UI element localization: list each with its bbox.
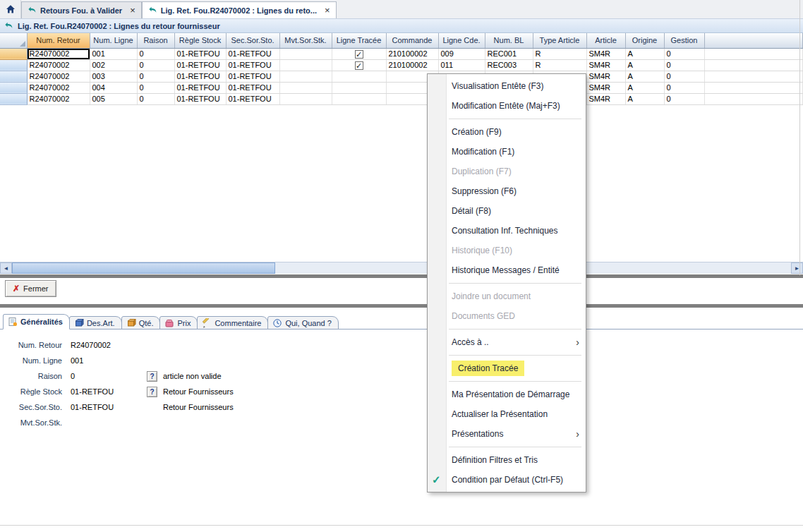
checkbox-checked-icon[interactable]: ✓: [355, 61, 363, 70]
row-selector[interactable]: [0, 82, 27, 93]
cell-ligne_cde[interactable]: 011: [438, 59, 485, 71]
splitter-bar[interactable]: [0, 304, 803, 308]
scrollbar-thumb[interactable]: [12, 262, 275, 274]
close-icon[interactable]: ×: [130, 6, 135, 15]
cell-gestion[interactable]: 0: [664, 82, 704, 93]
cell-num_retour[interactable]: R24070002: [27, 48, 90, 59]
home-tab[interactable]: [0, 0, 21, 18]
cell-ligne_tracee[interactable]: [332, 93, 386, 104]
menu-item[interactable]: Ma Présentation de Démarrage: [428, 385, 586, 404]
close-icon[interactable]: ×: [325, 6, 330, 15]
cell-sec_sor_sto[interactable]: 01-RETFOU: [226, 93, 279, 104]
cell-sec_sor_sto[interactable]: 01-RETFOU: [226, 82, 279, 93]
menu-item[interactable]: Modification (F1): [428, 142, 586, 162]
splitter-bar[interactable]: [0, 274, 803, 278]
cell-mvt_sor_stk[interactable]: [279, 59, 332, 71]
menu-item[interactable]: Visualisation Entête (F3): [428, 76, 586, 96]
cell-sec_sor_sto[interactable]: 01-RETFOU: [226, 71, 279, 82]
cell-regle_stock[interactable]: 01-RETFOU: [174, 59, 226, 71]
column-header[interactable]: Ligne Cde.: [438, 33, 485, 48]
cell-raison[interactable]: 0: [137, 71, 174, 82]
cell-origine[interactable]: A: [625, 48, 664, 59]
tab-generalites[interactable]: Généralités: [3, 314, 70, 330]
menu-item[interactable]: Présentations›: [428, 424, 586, 444]
cell-num_ligne[interactable]: 005: [90, 93, 137, 104]
cell-type_article[interactable]: R: [533, 48, 586, 59]
tab-qui-quand[interactable]: Qui, Quand ?: [267, 316, 338, 330]
column-header[interactable]: Règle Stock: [174, 33, 226, 48]
menu-item[interactable]: Modification Entête (Maj+F3): [428, 96, 586, 116]
cell-num_bl[interactable]: REC003: [485, 59, 533, 71]
cell-raison[interactable]: 0: [137, 93, 174, 104]
scroll-left-button[interactable]: ◄: [0, 262, 12, 274]
cell-mvt_sor_stk[interactable]: [279, 71, 332, 82]
cell-origine[interactable]: A: [625, 71, 664, 82]
row-selector[interactable]: [0, 93, 27, 104]
tab-commentaire[interactable]: Commentaire: [197, 316, 268, 330]
tab-retours-a-valider[interactable]: Retours Fou. à Valider ×: [21, 1, 142, 18]
menu-item[interactable]: Actualiser la Présentation: [428, 404, 586, 424]
cell-num_ligne[interactable]: 004: [90, 82, 137, 93]
cell-article[interactable]: SM4R: [586, 82, 625, 93]
cell-mvt_sor_stk[interactable]: [279, 48, 332, 59]
cell-origine[interactable]: A: [625, 82, 664, 93]
menu-item[interactable]: Création Tracée: [428, 358, 586, 378]
cell-num_retour[interactable]: R24070002: [27, 71, 90, 82]
select-all-corner[interactable]: [0, 33, 27, 48]
row-selector[interactable]: [0, 71, 27, 82]
cell-num_retour[interactable]: R24070002: [27, 82, 90, 93]
cell-gestion[interactable]: 0: [664, 93, 704, 104]
menu-item[interactable]: ✓Condition par Défaut (Ctrl-F5): [428, 470, 586, 490]
cell-num_ligne[interactable]: 003: [90, 71, 137, 82]
menu-item[interactable]: Accès à ..›: [428, 332, 586, 352]
menu-item[interactable]: Création (F9): [428, 122, 586, 142]
table-row[interactable]: R24070002002001-RETFOU01-RETFOU✓21010000…: [0, 59, 803, 71]
cell-article[interactable]: SM4R: [586, 93, 625, 104]
cell-gestion[interactable]: 0: [664, 59, 704, 71]
cell-num_ligne[interactable]: 001: [90, 48, 137, 59]
column-header[interactable]: Ligne Tracée: [332, 33, 386, 48]
cell-num_bl[interactable]: REC001: [485, 48, 533, 59]
cell-raison[interactable]: 0: [137, 59, 174, 71]
column-header[interactable]: Num. Retour: [27, 33, 90, 48]
column-header[interactable]: Num. Ligne: [90, 33, 137, 48]
tab-qte[interactable]: Qté.: [121, 316, 161, 330]
menu-item[interactable]: Consultation Inf. Techniques: [428, 221, 586, 241]
help-button[interactable]: ?: [147, 387, 157, 397]
cell-article[interactable]: SM4R: [586, 71, 625, 82]
cell-commande[interactable]: 210100002: [386, 59, 438, 71]
horizontal-scrollbar[interactable]: ◄ ►: [0, 262, 803, 274]
cell-ligne_tracee[interactable]: [332, 82, 386, 93]
column-header[interactable]: Num. BL: [485, 33, 533, 48]
column-header[interactable]: Type Article: [533, 33, 586, 48]
row-selector[interactable]: [0, 59, 27, 71]
cell-origine[interactable]: A: [625, 59, 664, 71]
cell-raison[interactable]: 0: [137, 48, 174, 59]
table-row[interactable]: R24070002001001-RETFOU01-RETFOU✓21010000…: [0, 48, 803, 59]
column-header[interactable]: Origine: [625, 33, 664, 48]
column-header[interactable]: Gestion: [664, 33, 704, 48]
cell-mvt_sor_stk[interactable]: [279, 82, 332, 93]
cell-type_article[interactable]: R: [533, 59, 586, 71]
table-row[interactable]: R24070002003001-RETFOU01-RETFOUSM4RA0: [0, 71, 803, 82]
menu-item[interactable]: Détail (F8): [428, 201, 586, 221]
table-row[interactable]: R24070002005001-RETFOU01-RETFOUSM4RA0: [0, 93, 803, 104]
cell-regle_stock[interactable]: 01-RETFOU: [174, 82, 226, 93]
help-button[interactable]: ?: [147, 371, 157, 382]
cell-num_retour[interactable]: R24070002: [27, 93, 90, 104]
column-header[interactable]: Sec.Sor.Sto.: [226, 33, 279, 48]
cell-origine[interactable]: A: [625, 93, 664, 104]
cell-mvt_sor_stk[interactable]: [279, 93, 332, 104]
cell-ligne_tracee[interactable]: [332, 71, 386, 82]
cell-gestion[interactable]: 0: [664, 48, 704, 59]
cell-regle_stock[interactable]: 01-RETFOU: [174, 48, 226, 59]
cell-num_retour[interactable]: R24070002: [27, 59, 90, 71]
cell-raison[interactable]: 0: [137, 82, 174, 93]
cell-regle_stock[interactable]: 01-RETFOU: [174, 93, 226, 104]
menu-item[interactable]: Définition Filtres et Tris: [428, 450, 586, 470]
row-selector[interactable]: [0, 48, 27, 59]
cell-sec_sor_sto[interactable]: 01-RETFOU: [226, 59, 279, 71]
tab-lignes-retour[interactable]: Lig. Ret. Fou.R24070002 : Lignes du reto…: [142, 1, 337, 18]
cell-regle_stock[interactable]: 01-RETFOU: [174, 71, 226, 82]
cell-sec_sor_sto[interactable]: 01-RETFOU: [226, 48, 279, 59]
